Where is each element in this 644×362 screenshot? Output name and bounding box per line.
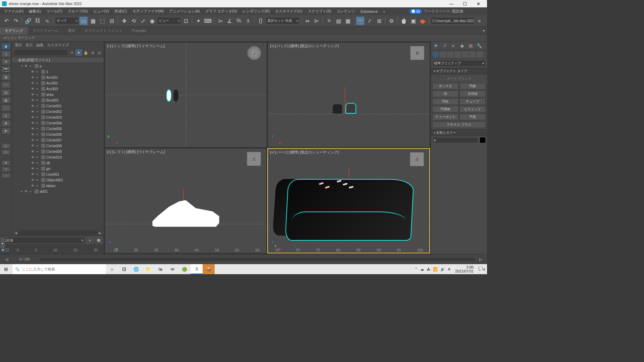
ribbon-tab[interactable]: オブジェクト ペイント: [80, 27, 127, 35]
file-path[interactable]: C:\Users\pik...3ds Max 2022: [431, 17, 474, 24]
schematic-button[interactable]: ⊞: [375, 16, 383, 25]
dope-sheet-button[interactable]: ⫽: [365, 16, 374, 25]
menu-item[interactable]: 編集(E): [26, 7, 44, 15]
menu-item[interactable]: グループ(G): [65, 7, 91, 15]
list-item[interactable]: 👁●gri: [12, 166, 104, 171]
manipulate-button[interactable]: ✦: [194, 16, 203, 25]
menu-item[interactable]: ツール(T): [44, 7, 65, 15]
filter-helpers-icon[interactable]: ⊞: [1, 74, 11, 80]
layer-button[interactable]: ≡: [325, 16, 333, 25]
ime-icon[interactable]: A: [448, 267, 450, 271]
ribbon-tab[interactable]: 選択: [63, 27, 80, 35]
select-object-button[interactable]: ▭: [79, 16, 88, 25]
filter-geometry-icon[interactable]: ◉: [1, 43, 11, 50]
list-item[interactable]: 👁●Circle009: [12, 148, 104, 154]
viewcube-icon[interactable]: 上: [247, 46, 261, 60]
filter-lights-icon[interactable]: ☀: [1, 58, 11, 65]
viewport-single-button[interactable]: ▢: [5, 247, 9, 252]
autogrid-checkbox[interactable]: オート グリッド: [432, 76, 486, 82]
viewcube-icon[interactable]: 後: [410, 46, 424, 60]
mail-icon[interactable]: ✉: [166, 264, 178, 274]
list-item[interactable]: 👁●1: [12, 69, 104, 74]
link-button[interactable]: 🔗: [24, 16, 33, 25]
close-button[interactable]: ✕: [472, 0, 485, 7]
display-tab-icon[interactable]: ▤: [467, 43, 474, 49]
filter-hidden-icon[interactable]: ❄: [1, 120, 11, 127]
menu-item[interactable]: モディファイヤ(M): [130, 7, 167, 15]
scene-search-input[interactable]: [13, 49, 68, 56]
list-item[interactable]: 👁●Circle002: [12, 109, 104, 114]
list-item[interactable]: ▸👁●a001: [12, 188, 104, 194]
expand-icon[interactable]: ⊞: [90, 50, 96, 56]
list-item[interactable]: 👁●Circle003: [12, 114, 104, 120]
primitive-button[interactable]: 円柱: [432, 98, 459, 105]
notification-icon[interactable]: 💬4: [478, 266, 485, 272]
filter-bone-icon[interactable]: ⟋: [1, 105, 11, 111]
select-region-button[interactable]: ⬚: [98, 16, 107, 25]
viewport-perspective[interactable]: [+] [パース] [標準] [既定のシェーディング] 左 zxy: [267, 148, 430, 253]
filter-cameras-icon[interactable]: 📷: [1, 66, 11, 73]
object-name-input[interactable]: [432, 137, 478, 143]
primitive-button[interactable]: 円環体: [432, 106, 459, 113]
warps-cat-icon[interactable]: [469, 51, 476, 58]
move-button[interactable]: ✥: [120, 16, 128, 25]
select-name-button[interactable]: ▦: [89, 16, 97, 25]
minimize-button[interactable]: —: [445, 0, 458, 7]
align-button[interactable]: ⊫: [312, 16, 321, 25]
cameras-cat-icon[interactable]: [454, 51, 461, 58]
edge-icon[interactable]: 🌐: [130, 264, 142, 274]
explorer-set-combo[interactable]: 既定値: [1, 237, 85, 244]
list-item[interactable]: 👁●Circle008: [12, 143, 104, 148]
ribbon-tab[interactable]: Populate: [127, 27, 151, 35]
menu-item[interactable]: Substance: [358, 7, 380, 15]
panel-handle[interactable]: ▸: [0, 237, 5, 249]
render-setup-button[interactable]: 🍵: [399, 16, 408, 25]
wifi-icon[interactable]: 📶: [433, 267, 438, 272]
ref-coord-combo[interactable]: ビュー: [157, 17, 181, 24]
keyboard-button[interactable]: ⌨: [203, 16, 212, 25]
list-item[interactable]: 👁●Circle001: [12, 103, 104, 109]
ribbon-tab[interactable]: フリーフォーム: [28, 27, 63, 35]
menu-item[interactable]: アニメーション(A): [166, 7, 203, 15]
next-key-button[interactable]: ▷: [477, 256, 484, 263]
helpers-cat-icon[interactable]: [462, 51, 468, 58]
taskbar-search[interactable]: 🔍 ここに入力して検索: [12, 264, 106, 274]
menu-item[interactable]: ファイル(F): [1, 7, 26, 15]
list-item[interactable]: 👁●Arc003: [12, 86, 104, 92]
snap-button[interactable]: 3◢: [216, 16, 224, 25]
menu-item[interactable]: ビュー(V): [91, 7, 112, 15]
tray-up-icon[interactable]: ⌃: [415, 267, 418, 272]
primitive-button[interactable]: 天球体: [460, 90, 486, 97]
prev-key-button[interactable]: ◁: [3, 256, 10, 263]
se-tab[interactable]: 表示: [25, 43, 33, 48]
cortana-icon[interactable]: ○: [106, 264, 118, 274]
other-app-icon[interactable]: 📦: [203, 264, 215, 274]
filter-warp-icon[interactable]: 〰: [1, 81, 11, 88]
spinner-snap-button[interactable]: ±: [244, 16, 253, 25]
workspace-selector[interactable]: 既定値: [452, 9, 486, 14]
se-tab[interactable]: 編集: [36, 43, 44, 48]
curve-editor-button[interactable]: 〰: [356, 16, 365, 25]
explorer-icon[interactable]: 📁: [142, 264, 154, 274]
filter-shapes-icon[interactable]: ◇: [1, 51, 11, 57]
list-item[interactable]: 👁●Circle005: [12, 126, 104, 131]
viewcube-icon[interactable]: 左: [247, 152, 261, 166]
render-frame-button[interactable]: ▣: [409, 16, 418, 25]
undo-button[interactable]: ↶: [2, 16, 11, 25]
opt1-icon[interactable]: ▢: [1, 143, 11, 148]
viewcube-icon[interactable]: 左: [410, 152, 424, 166]
list-item[interactable]: 👁●dil: [12, 160, 104, 166]
opt4-icon[interactable]: ▽: [1, 167, 11, 172]
ribbon-button[interactable]: ▦: [343, 16, 352, 25]
percent-snap-button[interactable]: %: [234, 16, 243, 25]
filter-xref-icon[interactable]: ⊠: [1, 97, 11, 104]
lock-icon[interactable]: 🔒: [83, 50, 89, 56]
list-item[interactable]: ▾👁●a: [12, 63, 104, 69]
menu-item[interactable]: カスタマイズ(U): [272, 7, 305, 15]
geometry-cat-icon[interactable]: [432, 51, 439, 58]
chrome-icon[interactable]: 🟢: [178, 264, 191, 274]
filter-groups-icon[interactable]: ⊡: [1, 89, 11, 96]
search-filter-icon[interactable]: ▼: [75, 49, 82, 56]
layer-opts-icon[interactable]: ▦: [95, 237, 102, 244]
primitive-button[interactable]: テキスト プラス: [432, 121, 486, 128]
